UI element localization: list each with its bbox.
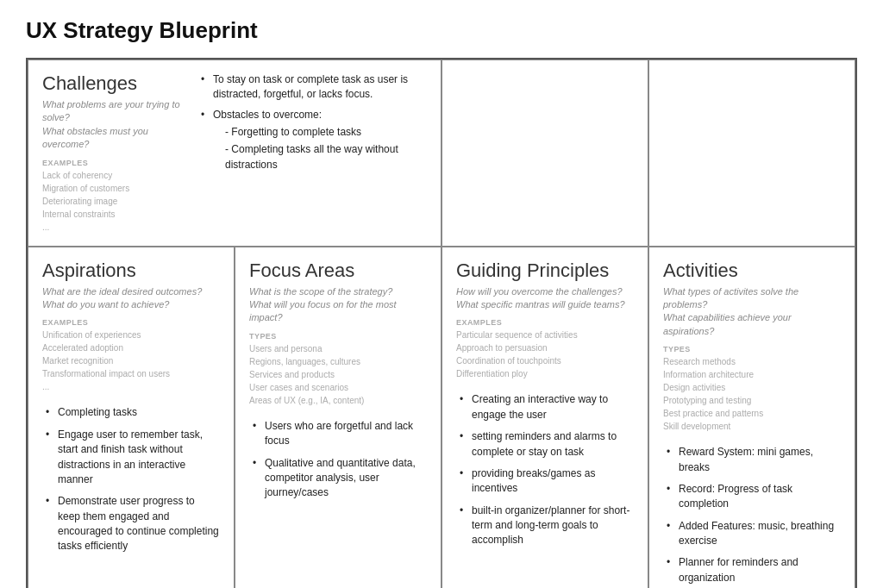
- page-title: UX Strategy Blueprint: [26, 17, 857, 44]
- focus-subtitle: What is the scope of the strategy? What …: [249, 285, 427, 325]
- focus-bullet-1: Qualitative and quantitative data, compe…: [249, 456, 427, 501]
- activities-types-label: TYPES: [663, 345, 841, 353]
- aspirations-bullet-2: Demonstrate user progress to keep them e…: [42, 494, 220, 554]
- guiding-examples-label: EXAMPLES: [456, 318, 634, 327]
- challenges-title: Challenges: [42, 72, 180, 95]
- challenges-subtitle: What problems are your trying to solve? …: [42, 98, 180, 152]
- challenge-sub-1: - Forgetting to complete tasks: [213, 124, 427, 140]
- guiding-bullets: Creating an interactive way to engage th…: [456, 392, 634, 548]
- focus-title: Focus Areas: [249, 260, 427, 282]
- activities-types: Research methods Information architectur…: [663, 355, 841, 433]
- challenges-bullets: To stay on task or complete task as user…: [197, 72, 427, 172]
- guiding-examples: Particular sequence of activities Approa…: [456, 328, 634, 380]
- activities-cell: Activities What types of activites solve…: [648, 247, 855, 588]
- activities-bullet-1: Record: Progress of task completion: [663, 482, 841, 512]
- aspirations-bullet-0: Completing tasks: [42, 405, 220, 420]
- focus-cell: Focus Areas What is the scope of the str…: [235, 247, 442, 588]
- activities-bullets: Reward System: mini games, breaks Record…: [663, 445, 841, 588]
- challenges-right: To stay on task or complete task as user…: [197, 72, 427, 234]
- challenges-examples-label: EXAMPLES: [42, 159, 180, 167]
- activities-bullet-2: Added Features: music, breathing exercis…: [663, 519, 841, 549]
- focus-bullets: Users who are forgetful and lack focus Q…: [249, 419, 427, 501]
- guiding-subtitle: How will you overcome the challenges? Wh…: [456, 285, 634, 312]
- challenge-bullet-1: To stay on task or complete task as user…: [197, 72, 427, 103]
- aspirations-examples-label: EXAMPLES: [42, 318, 220, 327]
- challenges-cell: Challenges What problems are your trying…: [28, 59, 442, 247]
- guiding-bullet-3: built-in organizer/planner for short-ter…: [456, 504, 634, 548]
- guiding-bullet-0: Creating an interactive way to engage th…: [456, 392, 634, 422]
- aspirations-bullet-1: Engage user to remember task, start and …: [42, 428, 220, 488]
- aspirations-cell: Aspirations What are the ideal desired o…: [28, 247, 235, 588]
- activities-bullet-0: Reward System: mini games, breaks: [663, 445, 841, 475]
- challenges-examples: Lack of coherency Migration of customers…: [42, 169, 180, 234]
- focus-types: Users and persona Regions, languages, cu…: [249, 342, 427, 407]
- activities-bullet-3: Planner for reminders and organization: [663, 555, 841, 585]
- aspirations-subtitle: What are the ideal desired outcomes? Wha…: [42, 285, 220, 312]
- activities-subtitle: What types of activites solve the proble…: [663, 285, 841, 339]
- guiding-title: Guiding Principles: [456, 260, 634, 282]
- aspirations-bullets: Completing tasks Engage user to remember…: [42, 405, 220, 554]
- blueprint-grid: Challenges What problems are your trying…: [26, 58, 857, 588]
- guiding-bullet-1: setting reminders and alarms to complete…: [456, 429, 634, 460]
- aspirations-examples: Unification of experiences Accelerated a…: [42, 328, 220, 393]
- challenges-left: Challenges What problems are your trying…: [42, 72, 180, 234]
- empty-cell-row1-col4: [648, 59, 855, 247]
- focus-bullet-0: Users who are forgetful and lack focus: [249, 419, 427, 449]
- aspirations-title: Aspirations: [42, 260, 220, 282]
- guiding-cell: Guiding Principles How will you overcome…: [442, 247, 648, 588]
- challenge-sub-2: - Completing tasks all the way without d…: [213, 141, 427, 172]
- focus-types-label: TYPES: [249, 332, 427, 341]
- empty-cell-row1-col3: [442, 59, 648, 247]
- guiding-bullet-2: providing breaks/games as incentives: [456, 466, 634, 497]
- challenge-bullet-2: Obstacles to overcome: - Forgetting to c…: [197, 108, 427, 172]
- activities-title: Activities: [663, 260, 841, 282]
